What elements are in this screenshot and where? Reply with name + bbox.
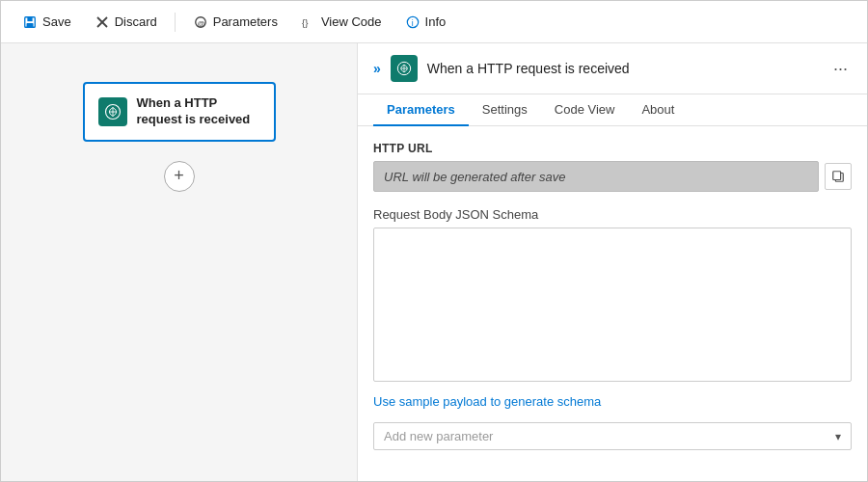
trigger-icon-bg [98, 97, 127, 126]
add-param-placeholder: Add new parameter [384, 429, 493, 443]
schema-textarea[interactable] [373, 228, 852, 382]
svg-rect-2 [27, 22, 34, 26]
detail-http-icon [396, 61, 412, 76]
svg-text:@: @ [197, 18, 204, 27]
tab-code-view[interactable]: Code View [541, 94, 629, 126]
save-button[interactable]: Save [13, 11, 81, 34]
url-placeholder-text: URL will be generated after save [384, 170, 565, 184]
save-icon [22, 14, 38, 30]
copy-icon [831, 170, 845, 183]
more-options-button[interactable]: ··· [829, 59, 852, 79]
svg-rect-1 [27, 16, 32, 20]
info-icon: i [405, 14, 420, 30]
toolbar-divider [175, 13, 176, 32]
parameters-label: Parameters [213, 14, 278, 29]
detail-header: » When a HTTP request is received ··· [358, 43, 867, 94]
http-url-label: HTTP URL [373, 142, 852, 155]
svg-text:{}: {} [302, 16, 309, 27]
chevron-down-icon: ▾ [835, 430, 841, 443]
tab-settings[interactable]: Settings [469, 94, 541, 126]
main-layout: When a HTTP request is received + » When… [1, 43, 867, 482]
parameters-button[interactable]: @ Parameters [183, 11, 287, 34]
tab-about[interactable]: About [628, 94, 688, 126]
save-label: Save [42, 14, 71, 29]
discard-button[interactable]: Discard [85, 11, 167, 34]
svg-text:i: i [411, 17, 413, 27]
trigger-label: When a HTTP request is received [137, 95, 260, 128]
trigger-card[interactable]: When a HTTP request is received [83, 82, 276, 142]
add-step-button[interactable]: + [164, 161, 195, 192]
use-sample-link[interactable]: Use sample payload to generate schema [373, 394, 601, 409]
canvas-panel: When a HTTP request is received + [1, 43, 358, 482]
detail-panel: » When a HTTP request is received ··· Pa… [358, 43, 867, 482]
expand-icon[interactable]: » [373, 61, 381, 76]
view-code-button[interactable]: {} View Code [291, 11, 392, 34]
code-icon: {} [301, 14, 316, 30]
detail-title: When a HTTP request is received [427, 61, 820, 76]
detail-trigger-icon-bg [391, 55, 418, 82]
http-trigger-icon [104, 103, 122, 120]
schema-label: Request Body JSON Schema [373, 207, 852, 222]
url-field: URL will be generated after save [373, 161, 819, 192]
add-param-dropdown[interactable]: Add new parameter ▾ [373, 422, 852, 450]
panel-content: HTTP URL URL will be generated after sav… [358, 126, 867, 482]
copy-url-button[interactable] [825, 163, 852, 190]
tab-parameters[interactable]: Parameters [373, 94, 469, 126]
info-label: Info [425, 14, 447, 29]
plus-icon: + [174, 166, 184, 186]
url-field-row: URL will be generated after save [373, 161, 852, 192]
info-button[interactable]: i Info [395, 11, 456, 34]
toolbar: Save Discard @ Parameters {} View Code [1, 1, 867, 43]
discard-label: Discard [115, 14, 157, 29]
parameters-icon: @ [193, 14, 208, 30]
view-code-label: View Code [321, 14, 382, 29]
svg-rect-17 [833, 172, 841, 180]
close-icon [95, 14, 110, 30]
tabs-row: Parameters Settings Code View About [358, 94, 867, 126]
